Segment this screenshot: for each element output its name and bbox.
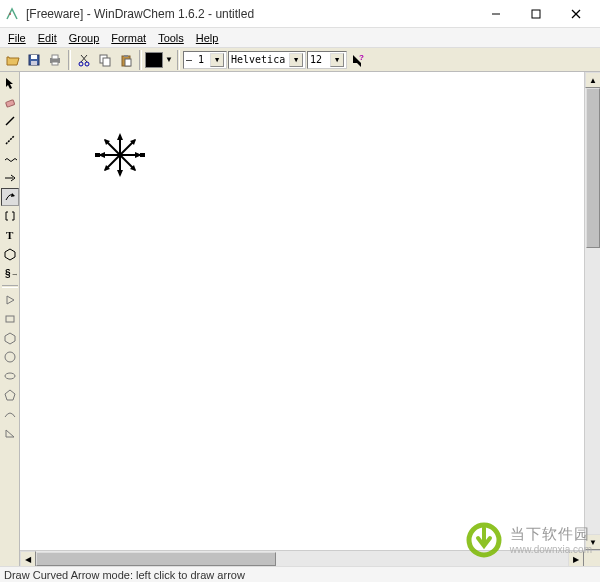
side-separator — [2, 285, 18, 288]
svg-marker-37 — [117, 133, 123, 140]
titlebar: [Freeware] - WinDrawChem 1.6.2 - untitle… — [0, 0, 600, 28]
svg-text:?: ? — [359, 53, 364, 62]
status-text: Draw Curved Arrow mode: left click to dr… — [4, 569, 245, 581]
font-name-combo[interactable]: Helvetica▼ — [228, 51, 306, 69]
watermark-url: www.downxia.com — [510, 544, 592, 555]
menu-help[interactable]: Help — [190, 30, 225, 46]
curved-arrow-tool[interactable] — [1, 188, 19, 206]
scroll-up-button[interactable]: ▲ — [585, 72, 600, 88]
menu-tools[interactable]: Tools — [152, 30, 190, 46]
svg-rect-18 — [124, 55, 128, 57]
minimize-button[interactable] — [476, 0, 516, 28]
menu-group[interactable]: Group — [63, 30, 106, 46]
statusbar: Draw Curved Arrow mode: left click to dr… — [0, 566, 600, 582]
svg-point-30 — [5, 352, 15, 362]
svg-rect-6 — [31, 55, 37, 59]
svg-text:T: T — [6, 229, 14, 241]
context-help-button[interactable]: ? — [348, 50, 368, 70]
copy-button[interactable] — [95, 50, 115, 70]
watermark: 当下软件园 www.downxia.com — [464, 520, 592, 560]
symbol-tool[interactable]: §→ — [1, 264, 19, 282]
vertical-scrollbar[interactable]: ▲ ▼ — [584, 72, 600, 550]
cut-button[interactable] — [74, 50, 94, 70]
scroll-left-button[interactable]: ◀ — [20, 551, 36, 567]
open-button[interactable] — [3, 50, 23, 70]
angle-tool[interactable] — [1, 424, 19, 442]
text-tool[interactable]: T — [1, 226, 19, 244]
drawn-asterisk-shape[interactable] — [95, 130, 145, 180]
window-controls — [476, 0, 596, 28]
svg-marker-32 — [5, 390, 15, 400]
circle-tool[interactable] — [1, 348, 19, 366]
svg-point-14 — [85, 62, 89, 66]
svg-rect-2 — [532, 10, 540, 18]
svg-rect-9 — [52, 55, 58, 59]
svg-rect-45 — [95, 153, 100, 157]
svg-rect-16 — [103, 58, 110, 66]
watermark-logo-icon — [464, 520, 504, 560]
print-button[interactable] — [45, 50, 65, 70]
hexagon-tool[interactable] — [1, 329, 19, 347]
svg-rect-19 — [125, 59, 131, 66]
toolbar-separator — [139, 50, 142, 70]
scroll-thumb[interactable] — [586, 88, 600, 248]
arrow-tool[interactable] — [1, 169, 19, 187]
menu-edit[interactable]: Edit — [32, 30, 63, 46]
color-swatch[interactable] — [145, 52, 163, 68]
toolbar-separator — [68, 50, 71, 70]
svg-rect-46 — [140, 153, 145, 157]
color-dropdown[interactable]: ▼ — [164, 52, 174, 68]
menu-format[interactable]: Format — [105, 30, 152, 46]
app-icon — [4, 6, 20, 22]
maximize-button[interactable] — [516, 0, 556, 28]
select-tool[interactable] — [1, 74, 19, 92]
side-tool-palette: T §→ — [0, 72, 20, 566]
svg-line-23 — [6, 136, 14, 144]
save-button[interactable] — [24, 50, 44, 70]
line-tool[interactable] — [1, 112, 19, 130]
scroll-track[interactable] — [585, 248, 600, 534]
bracket-tool[interactable] — [1, 207, 19, 225]
svg-rect-7 — [31, 61, 37, 65]
erase-tool[interactable] — [1, 93, 19, 111]
ellipse-tool[interactable] — [1, 367, 19, 385]
line-width-combo[interactable]: — 1▼ — [183, 51, 227, 69]
ring-tool[interactable] — [1, 245, 19, 263]
svg-rect-28 — [6, 316, 14, 322]
window-title: [Freeware] - WinDrawChem 1.6.2 - untitle… — [26, 7, 476, 21]
menubar: File Edit Group Format Tools Help — [0, 28, 600, 48]
toolbar-separator — [177, 50, 180, 70]
svg-marker-38 — [117, 170, 123, 177]
close-button[interactable] — [556, 0, 596, 28]
dashed-line-tool[interactable] — [1, 131, 19, 149]
svg-rect-21 — [5, 100, 14, 107]
pentagon-tool[interactable] — [1, 386, 19, 404]
svg-rect-10 — [52, 62, 58, 65]
main-area: T §→ — [0, 72, 600, 566]
svg-point-0 — [9, 13, 11, 15]
play-tool[interactable] — [1, 291, 19, 309]
svg-marker-29 — [5, 333, 15, 344]
svg-point-13 — [79, 62, 83, 66]
svg-text:§→: §→ — [5, 268, 17, 279]
paste-button[interactable] — [116, 50, 136, 70]
wavy-line-tool[interactable] — [1, 150, 19, 168]
svg-point-31 — [5, 373, 15, 379]
svg-marker-26 — [5, 249, 15, 260]
svg-line-22 — [6, 117, 14, 125]
toolbar: ▼ — 1▼ Helvetica▼ 12▼ ? — [0, 48, 600, 72]
canvas[interactable] — [20, 72, 584, 550]
menu-file[interactable]: File — [2, 30, 32, 46]
scroll-thumb-h[interactable] — [36, 552, 276, 566]
curve-tool[interactable] — [1, 405, 19, 423]
font-size-combo[interactable]: 12▼ — [307, 51, 347, 69]
rect-tool[interactable] — [1, 310, 19, 328]
watermark-title: 当下软件园 — [510, 525, 592, 544]
